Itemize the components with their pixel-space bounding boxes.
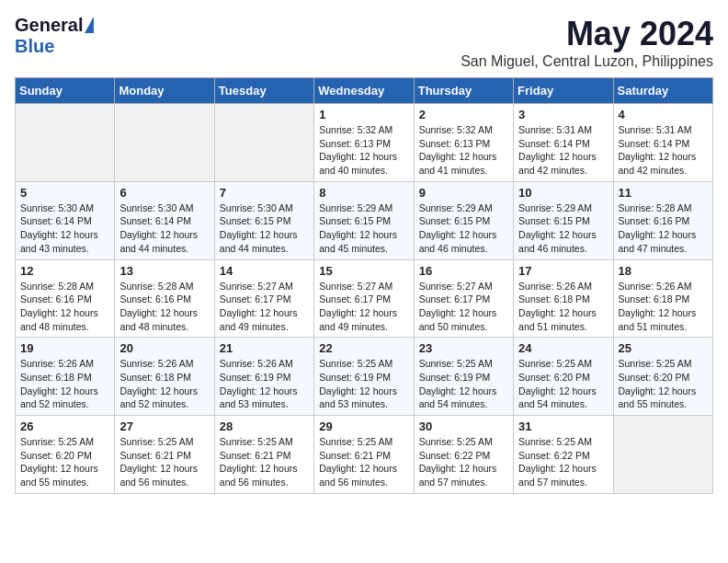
- calendar-cell: 4Sunrise: 5:31 AM Sunset: 6:14 PM Daylig…: [613, 104, 712, 182]
- calendar-header-saturday: Saturday: [613, 78, 712, 104]
- day-info: Sunrise: 5:25 AM Sunset: 6:21 PM Dayligh…: [119, 435, 209, 489]
- calendar-cell: 22Sunrise: 5:25 AM Sunset: 6:19 PM Dayli…: [314, 338, 414, 416]
- calendar-cell: 13Sunrise: 5:28 AM Sunset: 6:16 PM Dayli…: [115, 259, 214, 338]
- calendar-header-tuesday: Tuesday: [214, 78, 313, 104]
- day-number: 17: [518, 264, 608, 278]
- day-number: 1: [319, 108, 408, 121]
- calendar-cell: 18Sunrise: 5:26 AM Sunset: 6:18 PM Dayli…: [613, 259, 712, 338]
- calendar-table: SundayMondayTuesdayWednesdayThursdayFrid…: [15, 77, 713, 494]
- calendar-cell: 23Sunrise: 5:25 AM Sunset: 6:19 PM Dayli…: [414, 338, 513, 416]
- day-info: Sunrise: 5:32 AM Sunset: 6:13 PM Dayligh…: [319, 123, 408, 178]
- day-number: 8: [319, 186, 408, 200]
- day-number: 30: [419, 419, 508, 433]
- calendar-cell: 7Sunrise: 5:30 AM Sunset: 6:15 PM Daylig…: [214, 181, 313, 259]
- logo-triangle-icon: [85, 17, 94, 33]
- logo: General Blue: [15, 15, 94, 57]
- calendar-cell: 16Sunrise: 5:27 AM Sunset: 6:17 PM Dayli…: [414, 259, 513, 338]
- calendar-week-row: 12Sunrise: 5:28 AM Sunset: 6:16 PM Dayli…: [16, 259, 713, 338]
- day-info: Sunrise: 5:27 AM Sunset: 6:17 PM Dayligh…: [419, 280, 508, 334]
- calendar-cell: [16, 104, 115, 182]
- day-info: Sunrise: 5:25 AM Sunset: 6:22 PM Dayligh…: [419, 435, 508, 489]
- calendar-cell: 10Sunrise: 5:29 AM Sunset: 6:15 PM Dayli…: [514, 181, 613, 259]
- calendar-cell: 31Sunrise: 5:25 AM Sunset: 6:22 PM Dayli…: [514, 416, 613, 494]
- day-number: 29: [319, 419, 408, 433]
- day-number: 15: [319, 264, 408, 278]
- calendar-cell: 25Sunrise: 5:25 AM Sunset: 6:20 PM Dayli…: [613, 338, 712, 416]
- day-info: Sunrise: 5:29 AM Sunset: 6:15 PM Dayligh…: [319, 201, 408, 256]
- day-info: Sunrise: 5:26 AM Sunset: 6:18 PM Dayligh…: [619, 280, 708, 334]
- location-title: San Miguel, Central Luzon, Philippines: [461, 53, 713, 70]
- day-number: 28: [220, 419, 309, 433]
- day-info: Sunrise: 5:26 AM Sunset: 6:18 PM Dayligh…: [20, 357, 109, 411]
- calendar-cell: 3Sunrise: 5:31 AM Sunset: 6:14 PM Daylig…: [514, 104, 613, 182]
- calendar-header-friday: Friday: [514, 78, 613, 104]
- calendar-cell: 21Sunrise: 5:26 AM Sunset: 6:19 PM Dayli…: [214, 338, 313, 416]
- calendar-cell: 19Sunrise: 5:26 AM Sunset: 6:18 PM Dayli…: [16, 338, 115, 416]
- calendar-cell: 12Sunrise: 5:28 AM Sunset: 6:16 PM Dayli…: [16, 259, 115, 338]
- day-number: 16: [419, 264, 508, 278]
- day-info: Sunrise: 5:30 AM Sunset: 6:15 PM Dayligh…: [220, 201, 309, 256]
- day-info: Sunrise: 5:26 AM Sunset: 6:19 PM Dayligh…: [220, 357, 309, 411]
- day-info: Sunrise: 5:28 AM Sunset: 6:16 PM Dayligh…: [20, 280, 109, 334]
- calendar-cell: 17Sunrise: 5:26 AM Sunset: 6:18 PM Dayli…: [514, 259, 613, 338]
- day-number: 5: [20, 186, 109, 200]
- calendar-cell: [214, 104, 313, 182]
- calendar-week-row: 19Sunrise: 5:26 AM Sunset: 6:18 PM Dayli…: [16, 338, 713, 416]
- day-info: Sunrise: 5:25 AM Sunset: 6:22 PM Dayligh…: [518, 435, 608, 489]
- day-number: 22: [319, 341, 408, 355]
- calendar-cell: 20Sunrise: 5:26 AM Sunset: 6:18 PM Dayli…: [115, 338, 214, 416]
- calendar-week-row: 26Sunrise: 5:25 AM Sunset: 6:20 PM Dayli…: [16, 416, 713, 494]
- calendar-header-monday: Monday: [115, 78, 214, 104]
- day-number: 7: [220, 186, 309, 200]
- calendar-cell: 8Sunrise: 5:29 AM Sunset: 6:15 PM Daylig…: [314, 181, 414, 259]
- calendar-cell: 28Sunrise: 5:25 AM Sunset: 6:21 PM Dayli…: [214, 416, 313, 494]
- calendar-cell: 1Sunrise: 5:32 AM Sunset: 6:13 PM Daylig…: [314, 104, 414, 182]
- day-number: 31: [518, 419, 608, 433]
- day-number: 12: [20, 264, 109, 278]
- day-info: Sunrise: 5:25 AM Sunset: 6:19 PM Dayligh…: [319, 357, 408, 411]
- day-info: Sunrise: 5:31 AM Sunset: 6:14 PM Dayligh…: [518, 123, 608, 178]
- day-info: Sunrise: 5:26 AM Sunset: 6:18 PM Dayligh…: [119, 357, 209, 411]
- day-number: 18: [619, 264, 708, 278]
- calendar-cell: [613, 416, 712, 494]
- calendar-cell: 26Sunrise: 5:25 AM Sunset: 6:20 PM Dayli…: [16, 416, 115, 494]
- day-info: Sunrise: 5:27 AM Sunset: 6:17 PM Dayligh…: [319, 280, 408, 334]
- day-info: Sunrise: 5:29 AM Sunset: 6:15 PM Dayligh…: [419, 201, 508, 256]
- calendar-header-sunday: Sunday: [16, 78, 115, 104]
- calendar-cell: 29Sunrise: 5:25 AM Sunset: 6:21 PM Dayli…: [314, 416, 414, 494]
- day-info: Sunrise: 5:27 AM Sunset: 6:17 PM Dayligh…: [220, 280, 309, 334]
- day-number: 20: [119, 341, 209, 355]
- day-number: 4: [619, 108, 708, 121]
- day-number: 23: [419, 341, 508, 355]
- title-block: May 2024 San Miguel, Central Luzon, Phil…: [461, 15, 713, 70]
- day-info: Sunrise: 5:25 AM Sunset: 6:21 PM Dayligh…: [220, 435, 309, 489]
- page-header: General Blue May 2024 San Miguel, Centra…: [15, 15, 713, 70]
- calendar-week-row: 1Sunrise: 5:32 AM Sunset: 6:13 PM Daylig…: [16, 104, 713, 182]
- day-number: 10: [518, 186, 608, 200]
- calendar-cell: 9Sunrise: 5:29 AM Sunset: 6:15 PM Daylig…: [414, 181, 513, 259]
- calendar-header-row: SundayMondayTuesdayWednesdayThursdayFrid…: [16, 78, 713, 104]
- calendar-cell: 14Sunrise: 5:27 AM Sunset: 6:17 PM Dayli…: [214, 259, 313, 338]
- day-info: Sunrise: 5:31 AM Sunset: 6:14 PM Dayligh…: [619, 123, 708, 178]
- calendar-cell: 11Sunrise: 5:28 AM Sunset: 6:16 PM Dayli…: [613, 181, 712, 259]
- day-number: 9: [419, 186, 508, 200]
- day-info: Sunrise: 5:32 AM Sunset: 6:13 PM Dayligh…: [419, 123, 508, 178]
- day-number: 27: [119, 419, 209, 433]
- day-info: Sunrise: 5:25 AM Sunset: 6:20 PM Dayligh…: [619, 357, 708, 411]
- calendar-week-row: 5Sunrise: 5:30 AM Sunset: 6:14 PM Daylig…: [16, 181, 713, 259]
- day-number: 24: [518, 341, 608, 355]
- day-info: Sunrise: 5:29 AM Sunset: 6:15 PM Dayligh…: [518, 201, 608, 256]
- calendar-header-wednesday: Wednesday: [314, 78, 414, 104]
- logo-general-text: General: [15, 15, 83, 36]
- day-info: Sunrise: 5:26 AM Sunset: 6:18 PM Dayligh…: [518, 280, 608, 334]
- logo-blue-text: Blue: [15, 36, 54, 57]
- day-number: 13: [119, 264, 209, 278]
- day-number: 19: [20, 341, 109, 355]
- day-number: 11: [619, 186, 708, 200]
- calendar-cell: 5Sunrise: 5:30 AM Sunset: 6:14 PM Daylig…: [16, 181, 115, 259]
- day-info: Sunrise: 5:28 AM Sunset: 6:16 PM Dayligh…: [119, 280, 209, 334]
- day-number: 21: [220, 341, 309, 355]
- day-number: 14: [220, 264, 309, 278]
- calendar-cell: 6Sunrise: 5:30 AM Sunset: 6:14 PM Daylig…: [115, 181, 214, 259]
- day-info: Sunrise: 5:30 AM Sunset: 6:14 PM Dayligh…: [20, 201, 109, 256]
